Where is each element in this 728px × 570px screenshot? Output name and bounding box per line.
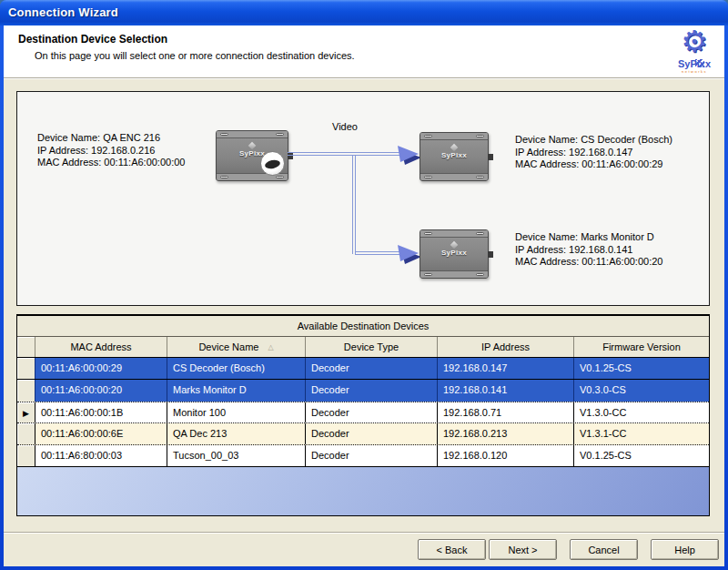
device-brand-label: SyPixx (420, 242, 488, 257)
cell-mac[interactable]: 00:11:A6:00:00:6E (35, 423, 167, 444)
row-selector-current[interactable]: ▶ (17, 402, 35, 422)
cell-mac[interactable]: 00:11:A6:80:00:03 (35, 445, 167, 466)
current-row-arrow-icon: ▶ (23, 409, 29, 418)
dest2-mac-address: MAC Address: 00:11:A6:00:00:20 (515, 256, 662, 269)
cell-mac[interactable]: 00:11:A6:00:00:1B (35, 402, 167, 422)
logo-tagline: networks (671, 70, 718, 74)
sypixx-diamond-icon (450, 144, 458, 151)
destination1-device-info: Device Name: CS Decoder (Bosch) IP Addre… (515, 134, 672, 171)
encoder-device-image: SyPixx (216, 130, 288, 181)
cell-firmware[interactable]: V0.1.25-CS (574, 358, 709, 379)
row-selector[interactable] (17, 358, 35, 379)
wizard-header: Destination Device Selection On this pag… (4, 25, 724, 78)
logo-brand-text: SyPixx (671, 59, 718, 69)
arrow-right-icon (397, 144, 422, 166)
video-connection-line2 (355, 251, 399, 255)
cell-ip[interactable]: 192.168.0.141 (438, 380, 574, 402)
cancel-button[interactable]: Cancel (570, 539, 638, 560)
connection-wizard-window: Connection Wizard Destination Device Sel… (0, 0, 728, 570)
sypixx-logo: ⚙ SyPixx networks (671, 26, 718, 74)
cell-ip[interactable]: 192.168.0.120 (438, 445, 574, 466)
cell-type[interactable]: Decoder (306, 423, 438, 444)
cell-firmware[interactable]: V1.3.1-CC (574, 423, 709, 444)
window-title: Connection Wizard (0, 0, 728, 19)
row-selector-header (17, 337, 35, 357)
column-header-mac-address[interactable]: MAC Address (35, 337, 167, 357)
connection-diagram: Device Name: QA ENC 216 IP Address: 192.… (16, 91, 710, 306)
table-row-marks-monitor-d[interactable]: 00:11:A6:00:00:20 Marks Monitor D Decode… (17, 380, 709, 402)
video-connection-branch (352, 156, 356, 254)
column-header-firmware-version[interactable]: Firmware Version (574, 337, 709, 357)
next-button[interactable]: Next > (489, 539, 557, 560)
cell-mac[interactable]: 00:11:A6:00:00:20 (35, 380, 167, 402)
cell-name[interactable]: QA Dec 213 (167, 423, 306, 444)
dest1-device-name: Device Name: CS Decoder (Bosch) (515, 134, 672, 147)
connection-type-label: Video (310, 121, 379, 132)
sort-ascending-icon: △ (268, 338, 273, 357)
cell-type[interactable]: Decoder (306, 445, 438, 466)
cell-name[interactable]: CS Decoder (Bosch) (167, 358, 306, 379)
page-subtitle: On this page you will select one or more… (35, 50, 355, 61)
cell-name[interactable]: Tucson_00_03 (167, 445, 306, 466)
cell-type[interactable]: Decoder (306, 402, 438, 422)
dest2-device-name: Device Name: Marks Monitor D (515, 231, 662, 244)
dest2-ip-address: IP Address: 192.168.0.141 (515, 244, 662, 257)
cell-firmware[interactable]: V0.1.25-CS (574, 445, 709, 466)
source-device-name: Device Name: QA ENC 216 (37, 132, 185, 145)
cell-type[interactable]: Decoder (306, 358, 438, 379)
column-header-device-name[interactable]: Device Name△ (167, 337, 306, 357)
cell-name[interactable]: Monitor 100 (167, 402, 306, 422)
grid-caption: Available Destination Devices (17, 316, 709, 337)
device-brand-label: SyPixx (420, 145, 488, 159)
cell-firmware[interactable]: V1.3.0-CC (574, 402, 709, 422)
page-title: Destination Device Selection (18, 33, 167, 46)
footer-divider (4, 532, 724, 534)
cell-firmware[interactable]: V0.3.0-CS (574, 380, 709, 402)
decoder1-device-image: SyPixx (420, 132, 489, 181)
cell-ip[interactable]: 192.168.0.71 (438, 402, 574, 422)
camera-lens-icon (260, 151, 285, 176)
wizard-button-bar: < Back Next > Cancel Help (418, 539, 719, 560)
source-mac-address: MAC Address: 00:11:A6:00:00:00 (37, 157, 185, 169)
destination2-device-info: Device Name: Marks Monitor D IP Address:… (515, 231, 662, 269)
column-header-ip-address[interactable]: IP Address (438, 337, 574, 357)
arrow-right-icon (397, 243, 422, 265)
table-row-tucson-00-03[interactable]: 00:11:A6:80:00:03 Tucson_00_03 Decoder 1… (17, 445, 709, 467)
cell-type[interactable]: Decoder (306, 380, 438, 402)
cell-ip[interactable]: 192.168.0.147 (438, 358, 574, 379)
dest1-ip-address: IP Address: 192.168.0.147 (515, 147, 672, 159)
titlebar: Connection Wizard (0, 0, 728, 25)
help-button[interactable]: Help (651, 539, 719, 560)
connector-stub (488, 251, 493, 258)
cell-name[interactable]: Marks Monitor D (167, 380, 306, 402)
row-selector[interactable] (17, 423, 35, 444)
grid-header-row: MAC Address Device Name△ Device Type IP … (17, 337, 709, 358)
sypixx-gear-icon: ⚙ (671, 26, 718, 59)
dialog-body: Destination Device Selection On this pag… (4, 25, 724, 566)
cell-ip[interactable]: 192.168.0.213 (438, 423, 574, 444)
decoder2-device-image: SyPixx (420, 229, 489, 279)
row-selector[interactable] (17, 445, 35, 466)
table-row-monitor-100[interactable]: ▶ 00:11:A6:00:00:1B Monitor 100 Decoder … (17, 402, 709, 423)
connector-stub (488, 154, 493, 160)
table-row-qa-dec-213[interactable]: 00:11:A6:00:00:6E QA Dec 213 Decoder 192… (17, 423, 709, 445)
back-button[interactable]: < Back (418, 539, 486, 560)
dest1-mac-address: MAC Address: 00:11:A6:00:00:29 (515, 158, 672, 171)
available-destination-devices-grid: Available Destination Devices MAC Addres… (16, 314, 710, 516)
row-selector[interactable] (17, 380, 35, 402)
sypixx-diamond-icon (248, 142, 256, 149)
grid-empty-area (17, 467, 709, 515)
sypixx-stripes-icon (695, 59, 704, 67)
sypixx-diamond-icon (450, 241, 458, 249)
cell-mac[interactable]: 00:11:A6:00:00:29 (35, 358, 167, 379)
video-connection-line (288, 152, 399, 156)
column-header-device-type[interactable]: Device Type (306, 337, 438, 357)
table-row-cs-decoder-bosch[interactable]: 00:11:A6:00:00:29 CS Decoder (Bosch) Dec… (17, 358, 709, 380)
source-device-info: Device Name: QA ENC 216 IP Address: 192.… (37, 132, 185, 169)
source-ip-address: IP Address: 192.168.0.216 (37, 145, 185, 158)
